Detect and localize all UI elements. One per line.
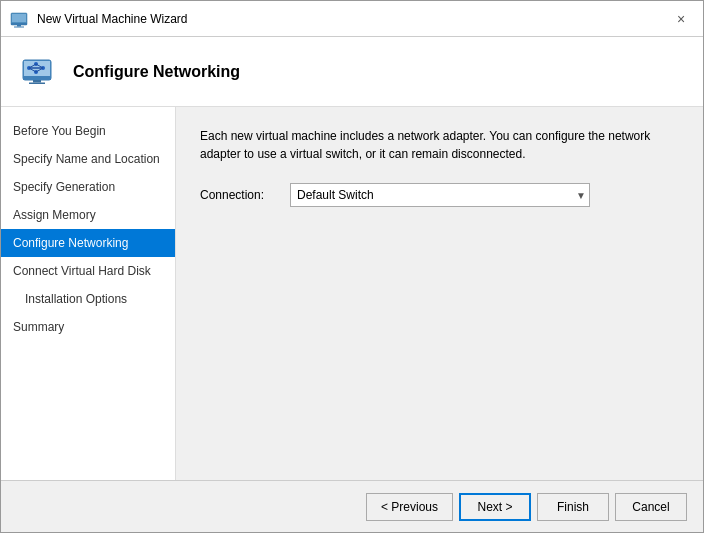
svg-rect-3 [17, 25, 21, 27]
svg-point-11 [27, 66, 31, 70]
svg-rect-2 [11, 23, 27, 25]
connection-field-row: Connection: Default Switch Not Connected… [200, 183, 679, 207]
connection-label: Connection: [200, 188, 280, 202]
finish-button[interactable]: Finish [537, 493, 609, 521]
wizard-step-title: Configure Networking [73, 63, 240, 81]
next-button[interactable]: Next > [459, 493, 531, 521]
content-area: Each new virtual machine includes a netw… [176, 107, 703, 480]
wizard-window: New Virtual Machine Wizard × [0, 0, 704, 533]
sidebar-item-specify-name[interactable]: Specify Name and Location [1, 145, 175, 173]
svg-rect-4 [14, 26, 24, 27]
sidebar-item-specify-generation[interactable]: Specify Generation [1, 173, 175, 201]
connection-select-wrapper: Default Switch Not Connected ▼ [290, 183, 590, 207]
sidebar-item-configure-networking[interactable]: Configure Networking [1, 229, 175, 257]
previous-button[interactable]: < Previous [366, 493, 453, 521]
sidebar-item-connect-hard-disk[interactable]: Connect Virtual Hard Disk [1, 257, 175, 285]
title-bar: New Virtual Machine Wizard × [1, 1, 703, 37]
sidebar: Before You Begin Specify Name and Locati… [1, 107, 176, 480]
header-icon [21, 54, 57, 90]
svg-rect-9 [29, 82, 45, 84]
wizard-footer: < Previous Next > Finish Cancel [1, 480, 703, 532]
sidebar-item-summary[interactable]: Summary [1, 313, 175, 341]
cancel-button[interactable]: Cancel [615, 493, 687, 521]
svg-rect-1 [12, 14, 26, 22]
description-text: Each new virtual machine includes a netw… [200, 127, 660, 163]
window-icon [9, 9, 29, 29]
svg-rect-7 [23, 76, 51, 80]
svg-rect-8 [33, 80, 41, 83]
connection-select[interactable]: Default Switch Not Connected [290, 183, 590, 207]
sidebar-item-assign-memory[interactable]: Assign Memory [1, 201, 175, 229]
main-content: Before You Begin Specify Name and Locati… [1, 107, 703, 480]
sidebar-item-installation-options[interactable]: Installation Options [1, 285, 175, 313]
title-bar-text: New Virtual Machine Wizard [37, 12, 667, 26]
close-button[interactable]: × [667, 5, 695, 33]
wizard-header: Configure Networking [1, 37, 703, 107]
sidebar-item-before-you-begin[interactable]: Before You Begin [1, 117, 175, 145]
